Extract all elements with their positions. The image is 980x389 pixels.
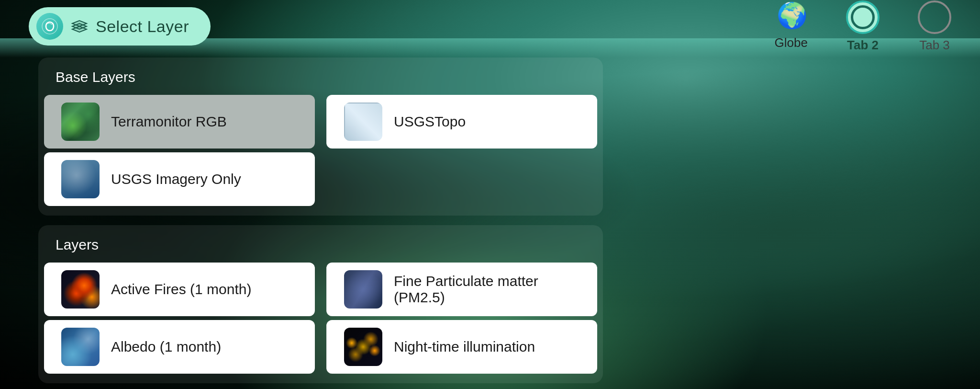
layer-name-nighttime: Night-time illumination: [394, 339, 535, 355]
thumb-usgs-imagery: [61, 160, 100, 198]
tab-2-label: Tab 2: [847, 38, 879, 53]
tab-3-label: Tab 3: [919, 38, 950, 53]
tab-2[interactable]: Tab 2: [846, 0, 880, 53]
thumb-active-fires: [61, 270, 100, 309]
tab-3-circle-icon: [918, 0, 951, 34]
layer-item-usgs-imagery[interactable]: USGS Imagery Only: [44, 152, 315, 206]
toolbar: Select Layer 🌍 Globe Tab 2 Tab 3: [0, 0, 980, 53]
layer-name-albedo: Albedo (1 month): [111, 339, 221, 355]
svg-point-0: [42, 19, 57, 34]
thumb-fine-particulate: [344, 270, 382, 309]
layer-item-albedo[interactable]: Albedo (1 month): [44, 320, 315, 374]
layer-item-terramonitor[interactable]: Terramonitor RGB: [44, 95, 315, 149]
layer-name-usgs-topo: USGSTopo: [394, 114, 466, 130]
thumb-nighttime: [344, 328, 382, 366]
layer-item-nighttime[interactable]: Night-time illumination: [326, 320, 597, 374]
layers-grid: Active Fires (1 month) Fine Particulate …: [38, 261, 603, 383]
layer-name-terramonitor: Terramonitor RGB: [111, 114, 227, 130]
layer-item-usgs-topo[interactable]: USGSTopo: [326, 95, 597, 149]
thumb-terramonitor: [61, 103, 100, 141]
base-layers-panel: Base Layers Terramonitor RGB USGSTopo US…: [38, 57, 603, 216]
tab-group: 🌍 Globe Tab 2 Tab 3: [775, 0, 951, 53]
layers-panel: Layers Active Fires (1 month) Fine Parti…: [38, 225, 603, 383]
layer-item-fine-particulate[interactable]: Fine Particulate matter (PM2.5): [326, 263, 597, 316]
globe-tab-label: Globe: [775, 35, 808, 50]
layer-name-active-fires: Active Fires (1 month): [111, 281, 251, 297]
base-layers-grid: Terramonitor RGB USGSTopo USGS Imagery O…: [38, 93, 603, 216]
globe-icon: 🌍: [777, 3, 805, 32]
layers-title: Layers: [38, 225, 603, 261]
select-layer-label: Select Layer: [96, 17, 189, 36]
layer-name-usgs-imagery: USGS Imagery Only: [111, 171, 241, 187]
thumb-albedo: [61, 328, 100, 366]
select-layer-icon-circle: [36, 13, 63, 40]
select-layer-button[interactable]: Select Layer: [29, 7, 211, 46]
thumb-usgs-topo: [344, 103, 382, 141]
base-layers-title: Base Layers: [38, 57, 603, 93]
tab-globe[interactable]: 🌍 Globe: [775, 3, 808, 50]
tab-3[interactable]: Tab 3: [918, 0, 951, 53]
panel-container: Base Layers Terramonitor RGB USGSTopo US…: [38, 57, 603, 383]
layers-stack-icon: [71, 20, 88, 33]
layer-item-active-fires[interactable]: Active Fires (1 month): [44, 263, 315, 316]
layer-name-fine-particulate: Fine Particulate matter (PM2.5): [394, 273, 580, 306]
tab-2-circle-icon: [846, 0, 880, 34]
swirl-icon: [41, 18, 58, 35]
